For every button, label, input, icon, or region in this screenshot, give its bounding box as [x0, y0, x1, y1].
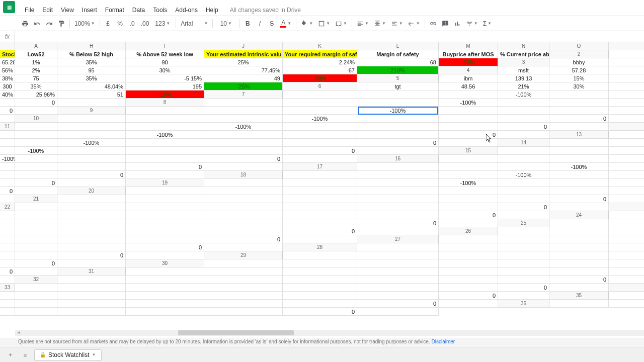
- cell[interactable]: [15, 267, 57, 276]
- cell[interactable]: 25.96%: [15, 90, 57, 99]
- cell[interactable]: [15, 163, 57, 171]
- currency-button[interactable]: £: [103, 18, 113, 29]
- cell[interactable]: [15, 123, 57, 131]
- cell[interactable]: -100%: [498, 90, 549, 99]
- cell[interactable]: [357, 308, 439, 316]
- corner-cell[interactable]: [0, 42, 15, 50]
- row-header[interactable]: 13: [549, 131, 609, 139]
- text-color-button[interactable]: A▼: [279, 18, 293, 29]
- cell[interactable]: 48.04%: [57, 82, 126, 90]
- cell[interactable]: [126, 227, 204, 235]
- cell[interactable]: [439, 276, 498, 284]
- cell[interactable]: [283, 284, 357, 292]
- cell[interactable]: 57.28: [549, 66, 609, 74]
- strike-button[interactable]: S: [267, 18, 277, 29]
- cell[interactable]: [283, 219, 357, 227]
- cell[interactable]: [439, 90, 498, 99]
- cell[interactable]: [609, 292, 644, 300]
- cell[interactable]: [204, 211, 283, 219]
- increase-decimal-button[interactable]: .00: [139, 18, 151, 29]
- cell[interactable]: [498, 179, 549, 187]
- cell[interactable]: [549, 171, 609, 179]
- cell[interactable]: [609, 300, 644, 308]
- cell[interactable]: [126, 139, 204, 147]
- header-cell[interactable]: Margin of safety: [357, 50, 439, 58]
- cell[interactable]: [549, 284, 609, 292]
- cell[interactable]: 30%: [549, 82, 609, 90]
- cell[interactable]: [549, 219, 609, 227]
- cell[interactable]: [549, 300, 609, 308]
- cell[interactable]: [204, 187, 283, 195]
- cell[interactable]: [283, 131, 357, 139]
- sheet-tab[interactable]: 🔒 Stock Watchlist ▼: [34, 349, 102, 360]
- cell[interactable]: [439, 171, 498, 179]
- row-header[interactable]: 36: [498, 300, 549, 308]
- cell[interactable]: [283, 211, 357, 219]
- cell[interactable]: [15, 187, 57, 195]
- cell[interactable]: [357, 259, 439, 267]
- cell[interactable]: [498, 99, 549, 107]
- cell[interactable]: [357, 292, 439, 300]
- cell[interactable]: [204, 179, 283, 187]
- row-header[interactable]: 1: [609, 42, 644, 50]
- row-header[interactable]: 25: [498, 219, 549, 227]
- row-header[interactable]: 4: [439, 66, 498, 74]
- cell[interactable]: [283, 195, 357, 203]
- cell[interactable]: [15, 219, 57, 227]
- cell[interactable]: [283, 251, 357, 259]
- cell[interactable]: [57, 179, 126, 187]
- cell[interactable]: [126, 171, 204, 179]
- cell[interactable]: 65.28: [0, 58, 15, 66]
- cell[interactable]: 0: [439, 211, 498, 219]
- cell[interactable]: [57, 155, 126, 163]
- cell[interactable]: -25%: [204, 82, 283, 90]
- row-header[interactable]: 24: [549, 211, 609, 219]
- menu-view[interactable]: View: [57, 5, 77, 15]
- cell[interactable]: [357, 131, 439, 139]
- cell[interactable]: [439, 243, 498, 251]
- cell[interactable]: 0: [609, 267, 644, 276]
- cell[interactable]: -100%: [549, 163, 609, 171]
- cell[interactable]: [498, 227, 549, 235]
- cell[interactable]: [609, 219, 644, 227]
- cell[interactable]: [126, 284, 204, 292]
- cell[interactable]: 35%: [15, 82, 57, 90]
- cell[interactable]: [0, 219, 15, 227]
- cell[interactable]: [0, 235, 15, 243]
- cell[interactable]: [126, 195, 204, 203]
- cell[interactable]: 85: [609, 82, 644, 90]
- cell[interactable]: [57, 131, 126, 139]
- row-header[interactable]: 29: [204, 251, 283, 259]
- cell[interactable]: [204, 243, 283, 251]
- cell[interactable]: [609, 235, 644, 243]
- cell[interactable]: [609, 139, 644, 147]
- cell[interactable]: [15, 308, 57, 316]
- chart-icon[interactable]: [452, 18, 462, 29]
- cell[interactable]: [15, 243, 57, 251]
- row-header[interactable]: 16: [357, 155, 439, 163]
- cell[interactable]: [126, 115, 204, 123]
- cell[interactable]: [549, 139, 609, 147]
- cell[interactable]: [357, 251, 439, 259]
- cell[interactable]: [204, 131, 283, 139]
- cell[interactable]: 12%: [609, 74, 644, 82]
- font-size-select[interactable]: 10▼: [216, 18, 236, 29]
- cell[interactable]: -100%: [283, 115, 357, 123]
- row-header[interactable]: 6: [283, 82, 357, 90]
- cell[interactable]: -5.15%: [126, 74, 204, 82]
- cell[interactable]: [0, 115, 15, 123]
- cell[interactable]: 90: [126, 58, 204, 66]
- row-header[interactable]: 10: [15, 115, 57, 123]
- cell[interactable]: [57, 300, 126, 308]
- cell[interactable]: [609, 276, 644, 284]
- cell[interactable]: 68: [357, 58, 439, 66]
- cell[interactable]: [439, 123, 498, 131]
- cell[interactable]: 0: [283, 227, 357, 235]
- cell[interactable]: [609, 171, 644, 179]
- font-select[interactable]: Arial▼: [179, 18, 209, 29]
- cell[interactable]: 0: [357, 139, 439, 147]
- cell[interactable]: 0: [609, 187, 644, 195]
- cell[interactable]: 35%: [57, 74, 126, 82]
- row-header[interactable]: 35: [549, 292, 609, 300]
- cell[interactable]: [357, 227, 439, 235]
